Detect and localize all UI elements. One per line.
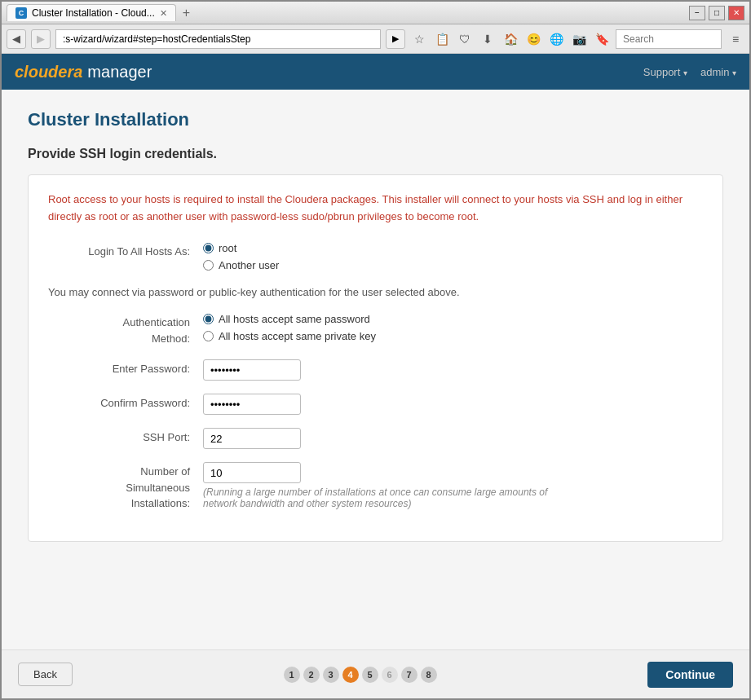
tab-title: Cluster Installation - Cloud...	[32, 7, 155, 19]
minimize-button[interactable]: −	[689, 6, 705, 20]
login-root-radio[interactable]	[203, 243, 214, 253]
ssh-port-label: SSH Port:	[48, 428, 203, 446]
page-6: 6	[382, 667, 398, 683]
password-row: Enter Password:	[48, 359, 703, 381]
simultaneous-label: Number ofSimultaneousInstallations:	[48, 462, 203, 512]
bookmark-icon[interactable]: 🔖	[593, 30, 611, 48]
maximize-button[interactable]: □	[709, 6, 725, 20]
page-3[interactable]: 3	[323, 667, 339, 683]
ssh-port-control	[203, 428, 703, 449]
page-title: Cluster Installation	[28, 109, 723, 130]
menu-icon[interactable]: ≡	[727, 30, 744, 48]
auth-description: You may connect via password or public-k…	[48, 284, 703, 301]
auth-password-option[interactable]: All hosts accept same password	[203, 313, 703, 325]
footer-right: Continue	[647, 662, 733, 688]
auth-label: AuthenticationMethod:	[48, 313, 203, 346]
simultaneous-hint: (Running a large number of installations…	[203, 486, 578, 509]
password-input[interactable]	[203, 359, 301, 381]
auth-method-row: AuthenticationMethod: All hosts accept s…	[48, 313, 703, 346]
forward-nav-button[interactable]: ▶	[31, 29, 51, 49]
confirm-password-input[interactable]	[203, 394, 301, 415]
footer-left: Back	[18, 663, 73, 686]
download-icon[interactable]: ⬇	[479, 30, 497, 48]
add-tab-button[interactable]: +	[179, 6, 193, 20]
globe-icon[interactable]: 🌐	[547, 30, 565, 48]
section-title: Provide SSH login credentials.	[28, 147, 723, 161]
support-arrow: ▾	[683, 68, 687, 77]
close-button[interactable]: ✕	[728, 6, 744, 20]
admin-arrow: ▾	[732, 68, 736, 77]
page-1[interactable]: 1	[284, 667, 300, 683]
page-5[interactable]: 5	[362, 667, 378, 683]
auth-privatekey-radio[interactable]	[203, 331, 214, 341]
confirm-password-row: Confirm Password:	[48, 394, 703, 415]
info-text: Root access to your hosts is required to…	[48, 192, 703, 226]
login-row: Login To All Hosts As: root Another user	[48, 242, 703, 271]
admin-link[interactable]: admin ▾	[700, 66, 736, 78]
confirm-password-control	[203, 394, 703, 415]
back-button[interactable]: Back	[18, 663, 73, 686]
login-root-label: root	[219, 242, 236, 254]
page-4[interactable]: 4	[342, 667, 359, 683]
ssh-port-input[interactable]	[203, 428, 301, 449]
browser-toolbar: ◀ ▶ ▶ ☆ 📋 🛡 ⬇ 🏠 😊 🌐 📷 🔖 ≡	[2, 24, 749, 54]
home-icon[interactable]: 🏠	[501, 30, 519, 48]
content-box: Root access to your hosts is required to…	[28, 174, 723, 542]
go-button[interactable]: ▶	[386, 29, 405, 49]
browser-tab[interactable]: C Cluster Installation - Cloud... ✕	[7, 4, 176, 21]
window-controls: − □ ✕	[689, 6, 744, 20]
password-control	[203, 359, 703, 381]
shield-icon[interactable]: 🛡	[456, 30, 474, 48]
simultaneous-control: (Running a large number of installations…	[203, 462, 703, 509]
continue-button[interactable]: Continue	[647, 662, 733, 688]
emoji-icon[interactable]: 😊	[524, 30, 542, 48]
logo-manager: manager	[87, 63, 152, 81]
tab-close-icon[interactable]: ✕	[160, 8, 167, 19]
password-label: Enter Password:	[48, 359, 203, 377]
footer: Back 1 2 3 4 5 6 7 8 Continue	[2, 649, 749, 698]
tab-icon: C	[15, 7, 27, 19]
page-8[interactable]: 8	[421, 667, 437, 683]
logo: cloudera manager	[15, 63, 152, 81]
clipboard-icon[interactable]: 📋	[433, 30, 451, 48]
support-link[interactable]: Support ▾	[643, 66, 687, 78]
logo-cloudera: cloudera	[15, 63, 82, 81]
title-bar: C Cluster Installation - Cloud... ✕ + − …	[2, 2, 749, 24]
ssh-port-row: SSH Port:	[48, 428, 703, 449]
back-nav-button[interactable]: ◀	[7, 29, 26, 49]
login-another-radio[interactable]	[203, 260, 214, 271]
simultaneous-input[interactable]	[203, 462, 301, 483]
search-input[interactable]	[616, 29, 722, 49]
confirm-password-label: Confirm Password:	[48, 394, 203, 412]
address-bar[interactable]	[55, 29, 381, 49]
login-label: Login To All Hosts As:	[48, 242, 203, 260]
auth-privatekey-option[interactable]: All hosts accept same private key	[203, 330, 703, 342]
auth-password-label: All hosts accept same password	[219, 313, 370, 325]
main-content: Cluster Installation Provide SSH login c…	[2, 90, 749, 649]
login-root-option[interactable]: root	[203, 242, 703, 254]
login-options: root Another user	[203, 242, 703, 271]
title-bar-left: C Cluster Installation - Cloud... ✕ +	[7, 4, 193, 21]
auth-options: All hosts accept same password All hosts…	[203, 313, 703, 342]
login-another-label: Another user	[219, 259, 279, 271]
star-icon[interactable]: ☆	[410, 30, 428, 48]
pagination: 1 2 3 4 5 6 7 8	[284, 667, 437, 683]
header-nav: Support ▾ admin ▾	[643, 66, 736, 78]
login-another-option[interactable]: Another user	[203, 259, 703, 271]
auth-privatekey-label: All hosts accept same private key	[219, 330, 376, 342]
app-header: cloudera manager Support ▾ admin ▾	[2, 54, 749, 90]
camera-icon[interactable]: 📷	[570, 30, 588, 48]
auth-password-radio[interactable]	[203, 314, 214, 324]
simultaneous-row: Number ofSimultaneousInstallations: (Run…	[48, 462, 703, 512]
page-2[interactable]: 2	[303, 667, 320, 683]
page-7[interactable]: 7	[401, 667, 417, 683]
window-frame: C Cluster Installation - Cloud... ✕ + − …	[0, 0, 751, 700]
